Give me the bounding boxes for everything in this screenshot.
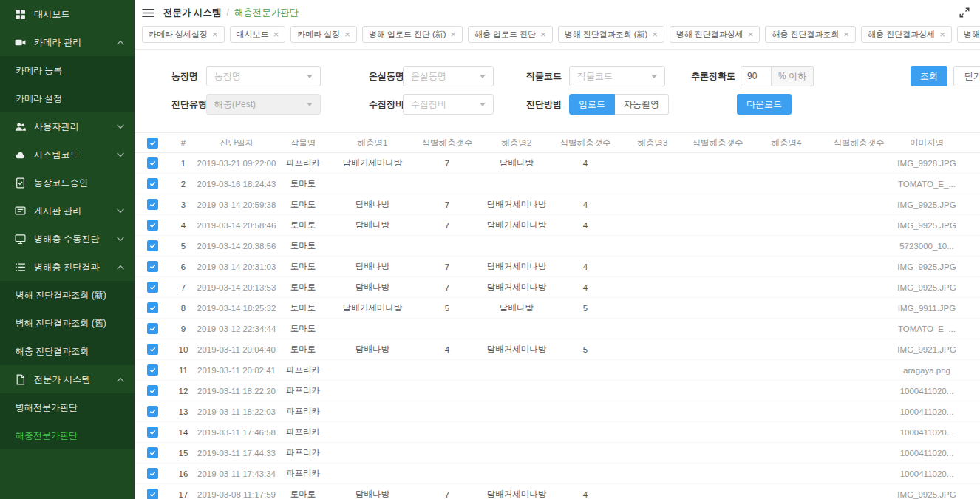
sidebar-item[interactable]: 대시보드 [0, 0, 135, 28]
farm-name-select[interactable]: 농장명 [206, 66, 321, 86]
table-cell: 2019-03-11 20:02:41 [197, 366, 276, 375]
tab[interactable]: 병해 진단결과조회 (新)× [558, 26, 664, 43]
sidebar-subitem[interactable]: 병해 진단결과조회 (舊) [0, 309, 135, 337]
row-checkbox[interactable] [147, 199, 158, 210]
tab-close-icon[interactable]: × [344, 30, 350, 39]
row-checkbox[interactable] [147, 323, 158, 334]
diagnosis-method-toggle: 업로드 자동촬영 [569, 94, 669, 115]
row-checkbox[interactable] [147, 302, 158, 313]
table-row[interactable]: 132019-03-11 18:22:03파프리카1000411020...20… [135, 401, 980, 422]
table-row[interactable]: 62019-03-14 20:31:03토마토담배나방7담배거세미나방4IMG_… [135, 257, 980, 277]
sidebar-item[interactable]: 전문가 시스템 [0, 365, 135, 393]
row-checkbox[interactable] [147, 157, 158, 169]
table-row[interactable]: 172019-03-08 11:17:59토마토담배나방7담배거세미나방4IMG… [135, 484, 980, 499]
tab-close-icon[interactable]: × [212, 30, 218, 39]
sidebar-subitem[interactable]: 카메라 설정 [0, 84, 135, 112]
row-checkbox[interactable] [147, 261, 158, 272]
row-checkbox[interactable] [147, 427, 158, 438]
row-checkbox[interactable] [147, 489, 158, 499]
tab-close-icon[interactable]: × [748, 30, 754, 39]
sidebar-subitem[interactable]: 해충전문가판단 [0, 421, 135, 449]
sidebar-item[interactable]: 병해충 진단결과 [0, 253, 135, 281]
tab-close-icon[interactable]: × [843, 30, 849, 39]
table-cell: 2019 [962, 200, 980, 209]
device-select[interactable]: 수집장비 [403, 94, 494, 115]
table-row[interactable]: 92019-03-12 22:34:44토마토TOMATO_E_...2019 [135, 319, 980, 339]
table-row[interactable]: 122019-03-11 18:22:20파프리카1000411020...20… [135, 381, 980, 401]
row-checkbox[interactable] [147, 220, 158, 231]
table-cell: 2019 [962, 366, 980, 375]
row-checkbox[interactable] [147, 468, 158, 479]
table-row[interactable]: 12019-03-21 09:22:00파프리카담배거세미나방7담배나방4IMG… [135, 153, 980, 174]
table-row[interactable]: 72019-03-14 20:13:53토마토담배나방7담배거세미나방4IMG_… [135, 277, 980, 298]
table-row[interactable]: 112019-03-11 20:02:41파프리카aragaya.png2019 [135, 360, 980, 381]
tab-close-icon[interactable]: × [273, 30, 279, 39]
table-cell: 7 [415, 283, 479, 292]
menu-toggle-icon[interactable] [142, 8, 154, 18]
accuracy-label: 추론정확도 [691, 70, 737, 83]
table-cell: 2019 [962, 469, 980, 478]
row-checkbox[interactable] [147, 364, 158, 376]
table-row[interactable]: 32019-03-14 20:59:38토마토담배나방7담배거세미나방4IMG_… [135, 194, 980, 215]
diagnosis-type-select[interactable]: 해충(Pest) [206, 94, 321, 115]
row-checkbox[interactable] [147, 240, 158, 251]
download-button[interactable]: 다운로드 [737, 94, 792, 115]
fullscreen-icon[interactable] [959, 7, 970, 18]
tab[interactable]: 해충 업로드 진단× [468, 26, 553, 43]
tab[interactable]: 병해 진단결과상세× [670, 26, 760, 43]
method-auto-button[interactable]: 자동촬영 [615, 94, 669, 115]
table-cell: 2019 [962, 180, 980, 189]
table-cell: 5 [554, 304, 616, 313]
sidebar-subitem[interactable]: 병해 진단결과조회 (新) [0, 281, 135, 309]
table-row[interactable]: 162019-03-11 17:43:34파프리카1000411020...20… [135, 464, 980, 484]
row-checkbox[interactable] [147, 447, 158, 458]
table-row[interactable]: 82019-03-14 18:25:32토마토담배거세미나방5담배나방5IMG_… [135, 298, 980, 319]
tab-close-icon[interactable]: × [939, 30, 945, 39]
search-button[interactable]: 조회 [911, 66, 947, 86]
table-cell: 10 [170, 345, 197, 354]
table-row[interactable]: 142019-03-11 17:46:58파프리카1000411020...20… [135, 422, 980, 443]
method-upload-button[interactable]: 업로드 [569, 94, 615, 115]
accuracy-input[interactable] [741, 66, 772, 86]
tab-close-icon[interactable]: × [652, 30, 658, 39]
table-row[interactable]: 22019-03-16 18:24:43토마토TOMATO_E_...2019 [135, 174, 980, 194]
tab[interactable]: 해충 진단결과상세× [861, 26, 952, 43]
row-checkbox[interactable] [147, 344, 158, 355]
table-row[interactable]: 102019-03-11 20:04:40토마토담배나방4담배거세미나방5IMG… [135, 339, 980, 360]
table-cell: 파프리카 [276, 406, 330, 417]
sidebar-item[interactable]: 시스템코드 [0, 140, 135, 169]
row-checkbox[interactable] [147, 385, 158, 396]
crop-code-select[interactable]: 작물코드 [569, 66, 665, 86]
sidebar-item[interactable]: 사용자관리 [0, 112, 135, 140]
sidebar-subitem[interactable]: 카메라 등록 [0, 56, 135, 84]
tab[interactable]: 카메라 상세설정× [142, 26, 225, 43]
tab[interactable]: 대시보드× [230, 26, 286, 43]
sidebar-item[interactable]: 농장코드승인 [0, 169, 135, 197]
tab[interactable]: 병해전문가판단× [957, 26, 980, 43]
table-cell: 2019 [962, 283, 980, 292]
row-checkbox[interactable] [147, 282, 158, 293]
table-cell: IMG_9925.JPG [891, 221, 962, 230]
table-cell: 토마토 [276, 220, 330, 231]
tab[interactable]: 해충 진단결과조회× [765, 26, 856, 43]
sidebar-item[interactable]: 게시판 관리 [0, 197, 135, 225]
row-checkbox[interactable] [147, 406, 158, 417]
select-all-checkbox[interactable] [147, 138, 158, 149]
table-row[interactable]: 42019-03-14 20:58:46토마토담배나방7담배거세미나방4IMG_… [135, 215, 980, 236]
sidebar-item[interactable]: 병해충 수동진단 [0, 225, 135, 253]
sidebar-item[interactable]: 카메라 관리 [0, 28, 135, 56]
table-row[interactable]: 52019-03-14 20:38:56토마토5723000_10...2019 [135, 236, 980, 257]
tab-close-icon[interactable]: × [450, 30, 456, 39]
tab[interactable]: 카메라 설정× [290, 26, 357, 43]
tab-close-icon[interactable]: × [540, 30, 546, 39]
row-checkbox[interactable] [147, 178, 158, 189]
tab[interactable]: 병해 업로드 진단 (新)× [362, 26, 463, 43]
close-button[interactable]: 닫기 [953, 66, 980, 86]
sidebar-subitem[interactable]: 병해전문가판단 [0, 393, 135, 421]
cloud-icon [15, 149, 26, 160]
sidebar-subitem[interactable]: 해충 진단결과조회 [0, 337, 135, 365]
greenhouse-select[interactable]: 온실동명 [403, 66, 494, 86]
chevron-down-icon [117, 208, 124, 214]
table-cell: 11 [170, 366, 197, 375]
table-row[interactable]: 152019-03-11 17:44:33파프리카1000411020...20… [135, 443, 980, 464]
